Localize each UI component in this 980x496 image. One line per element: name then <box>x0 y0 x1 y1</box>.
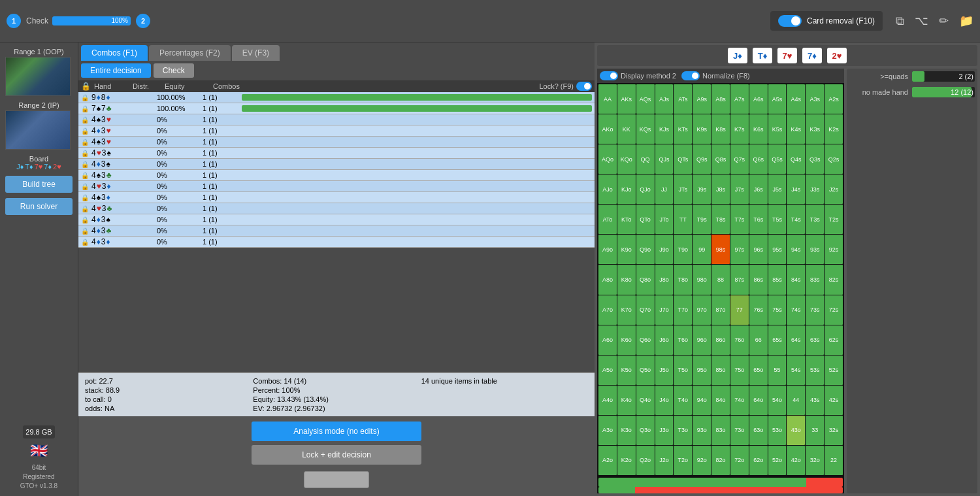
matrix-cell[interactable]: 63o <box>749 416 768 445</box>
matrix-cell[interactable]: 95s <box>768 235 787 264</box>
matrix-cell[interactable]: 42s <box>825 386 843 415</box>
display-method-toggle[interactable]: Display method 2 <box>600 71 676 80</box>
bottom-input[interactable] <box>304 471 369 488</box>
matrix-cell[interactable]: 82o <box>711 446 730 475</box>
matrix-cell[interactable]: 62s <box>825 325 843 355</box>
matrix-cell[interactable]: KQs <box>636 114 655 144</box>
matrix-cell[interactable]: J9s <box>693 174 711 204</box>
matrix-cell[interactable]: 93s <box>806 235 824 264</box>
matrix-cell[interactable]: Q5s <box>768 144 787 174</box>
matrix-cell[interactable]: 65o <box>749 355 768 385</box>
matrix-cell[interactable]: 74s <box>787 295 805 325</box>
matrix-cell[interactable]: Q4s <box>787 144 805 174</box>
matrix-cell[interactable]: 73o <box>730 416 749 445</box>
matrix-cell[interactable]: 62o <box>749 446 768 475</box>
build-tree-button[interactable]: Build tree <box>5 176 73 193</box>
matrix-cell[interactable]: QJs <box>655 144 674 174</box>
matrix-cell[interactable]: 64s <box>787 325 805 355</box>
matrix-cell[interactable]: 64o <box>749 386 768 415</box>
matrix-cell[interactable]: 92o <box>693 446 711 475</box>
matrix-cell[interactable]: A8s <box>711 84 730 114</box>
edit-icon[interactable]: ✏ <box>939 14 949 28</box>
matrix-cell[interactable]: AQs <box>636 84 655 114</box>
matrix-cell[interactable]: 75o <box>730 355 749 385</box>
matrix-cell[interactable]: A8o <box>598 265 617 294</box>
matrix-cell[interactable]: K9o <box>617 235 636 264</box>
table-row[interactable]: 🔒 4♦3♠ 0% 1 (1) <box>78 214 595 225</box>
matrix-cell[interactable]: 83s <box>806 265 824 294</box>
matrix-cell[interactable]: A5o <box>598 355 617 385</box>
matrix-cell[interactable]: JJ <box>655 174 674 204</box>
table-row[interactable]: 🔒 4♥3♣ 0% 1 (1) <box>78 203 595 214</box>
matrix-cell[interactable]: T7o <box>674 295 692 325</box>
matrix-cell[interactable]: K4o <box>617 386 636 415</box>
matrix-cell[interactable]: 42o <box>787 446 805 475</box>
matrix-cell[interactable]: 63s <box>806 325 824 355</box>
matrix-cell[interactable]: KTs <box>674 114 692 144</box>
matrix-cell[interactable]: 82s <box>825 265 843 294</box>
matrix-cell[interactable]: JTs <box>674 174 692 204</box>
sub-tab-check[interactable]: Check <box>154 63 194 78</box>
matrix-cell[interactable]: KTo <box>617 205 636 234</box>
matrix-cell[interactable]: Q2s <box>825 144 843 174</box>
matrix-cell[interactable]: K4s <box>787 114 805 144</box>
matrix-cell[interactable]: 53s <box>806 355 824 385</box>
matrix-cell[interactable]: J2o <box>655 446 674 475</box>
matrix-cell[interactable]: QQ <box>636 144 655 174</box>
matrix-cell[interactable]: J8o <box>655 265 674 294</box>
matrix-cell[interactable]: Q9s <box>693 144 711 174</box>
matrix-cell[interactable]: 83o <box>711 416 730 445</box>
matrix-cell[interactable]: J9o <box>655 235 674 264</box>
matrix-cell[interactable]: K9s <box>693 114 711 144</box>
matrix-cell[interactable]: 55 <box>768 355 787 385</box>
matrix-cell[interactable]: J6s <box>749 174 768 204</box>
matrix-cell[interactable]: 54s <box>787 355 805 385</box>
matrix-cell[interactable]: 54o <box>768 386 787 415</box>
range1-grid[interactable] <box>5 57 71 96</box>
matrix-cell[interactable]: J5s <box>768 174 787 204</box>
matrix-cell[interactable]: J8s <box>711 174 730 204</box>
matrix-cell[interactable]: Q2o <box>636 446 655 475</box>
matrix-cell[interactable]: J3o <box>655 416 674 445</box>
matrix-cell[interactable]: Q3s <box>806 144 824 174</box>
matrix-cell[interactable]: 52s <box>825 355 843 385</box>
matrix-cell[interactable]: 98s <box>711 235 730 264</box>
lock-edit-button[interactable]: Lock + edit decision <box>252 445 421 465</box>
table-row[interactable]: 🔒 4♥3♦ 0% 1 (1) <box>78 181 595 192</box>
matrix-cell[interactable]: 99 <box>693 235 711 264</box>
matrix-cell[interactable]: K2s <box>825 114 843 144</box>
table-row[interactable]: 🔒 7♠7♣ 100.00% 1 (1) <box>78 103 595 114</box>
matrix-cell[interactable]: J5o <box>655 355 674 385</box>
matrix-cell[interactable]: 84s <box>787 265 805 294</box>
matrix-cell[interactable]: 66 <box>749 325 768 355</box>
matrix-cell[interactable]: 96s <box>749 235 768 264</box>
matrix-cell[interactable]: K5o <box>617 355 636 385</box>
table-row[interactable]: 🔒 4♦3♣ 0% 1 (1) <box>78 225 595 237</box>
matrix-cell[interactable]: 87s <box>730 265 749 294</box>
tab-percentages[interactable]: Percentages (F2) <box>149 45 231 61</box>
matrix-cell[interactable]: K5s <box>768 114 787 144</box>
table-row[interactable]: 🔒 4♠3♦ 0% 1 (1) <box>78 192 595 203</box>
matrix-cell[interactable]: 74o <box>730 386 749 415</box>
matrix-cell[interactable]: 86s <box>749 265 768 294</box>
table-row[interactable]: 🔒 4♦3♦ 0% 1 (1) <box>78 237 595 248</box>
card-removal-switch[interactable] <box>778 15 802 27</box>
matrix-cell[interactable]: AKo <box>598 114 617 144</box>
matrix-cell[interactable]: K6s <box>749 114 768 144</box>
matrix-cell[interactable]: Q9o <box>636 235 655 264</box>
matrix-cell[interactable]: A7o <box>598 295 617 325</box>
matrix-cell[interactable]: Q6o <box>636 325 655 355</box>
matrix-cell[interactable]: A5s <box>768 84 787 114</box>
matrix-cell[interactable]: K7s <box>730 114 749 144</box>
table-row[interactable]: 🔒 9♦8♦ 100.00% 1 (1) <box>78 92 595 103</box>
matrix-cell[interactable]: T5s <box>768 205 787 234</box>
matrix-cell[interactable]: QTo <box>636 205 655 234</box>
matrix-cell[interactable]: KQo <box>617 144 636 174</box>
matrix-cell[interactable]: 32o <box>806 446 824 475</box>
matrix-cell[interactable]: K8s <box>711 114 730 144</box>
matrix-cell[interactable]: 76s <box>749 295 768 325</box>
matrix-cell[interactable]: TT <box>674 205 692 234</box>
matrix-cell[interactable]: 95o <box>693 355 711 385</box>
matrix-cell[interactable]: 52o <box>768 446 787 475</box>
matrix-cell[interactable]: QTs <box>674 144 692 174</box>
